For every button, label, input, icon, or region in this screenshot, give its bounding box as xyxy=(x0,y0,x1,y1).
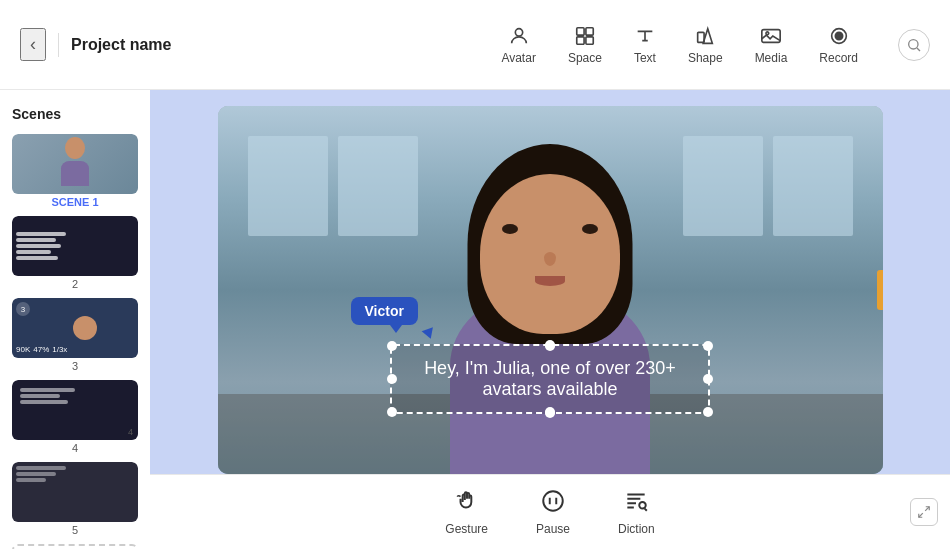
pause-icon xyxy=(540,488,566,518)
gesture-label: Gesture xyxy=(445,522,488,536)
scene-3-avatar xyxy=(73,316,97,340)
svg-rect-4 xyxy=(586,36,593,43)
shape-icon xyxy=(694,25,716,47)
record-icon xyxy=(828,25,850,47)
s2-line-4 xyxy=(16,250,51,254)
scene-2-thumb xyxy=(12,216,138,276)
scene-4-label: 4 xyxy=(12,442,138,454)
scene-item-2[interactable]: 2 xyxy=(12,216,138,290)
scene-1-avatar xyxy=(58,137,93,192)
svg-line-16 xyxy=(925,507,929,511)
svg-point-0 xyxy=(515,28,522,35)
bottom-tool-gesture[interactable]: Gesture xyxy=(445,488,488,536)
svg-rect-2 xyxy=(586,27,593,34)
scene-3-thumb: 3 90K 47% 1/3x xyxy=(12,298,138,358)
bottom-tool-diction[interactable]: Diction xyxy=(618,488,655,536)
svg-line-17 xyxy=(919,513,923,517)
svg-rect-1 xyxy=(577,27,584,34)
svg-line-11 xyxy=(917,48,920,51)
canvas-container[interactable]: Victor Hey, I'm Julia, one of over 230+ … xyxy=(218,106,883,474)
handle-lm[interactable] xyxy=(387,374,397,384)
handle-bl[interactable] xyxy=(387,407,397,417)
gesture-icon xyxy=(454,488,480,518)
top-bar: ‹ Project name Avatar Space xyxy=(0,0,950,90)
bottom-toolbar: Gesture Pause Diction xyxy=(150,474,950,549)
media-icon xyxy=(760,25,782,47)
scene-item-5[interactable]: 5 xyxy=(12,462,138,536)
text-label: Text xyxy=(634,51,656,65)
bottom-tool-pause[interactable]: Pause xyxy=(536,488,570,536)
diction-icon xyxy=(623,488,649,518)
record-label: Record xyxy=(819,51,858,65)
scene-5-thumb xyxy=(12,462,138,522)
toolbar-item-shape[interactable]: Shape xyxy=(688,25,723,65)
toolbar-item-media[interactable]: Media xyxy=(755,25,788,65)
canvas-accent-bar xyxy=(877,270,883,310)
search-button[interactable] xyxy=(898,29,930,61)
search-icon xyxy=(906,37,922,53)
scene-item-1[interactable]: SCENE 1 xyxy=(12,134,138,208)
scene-3-label: 3 xyxy=(12,360,138,372)
toolbar-item-avatar[interactable]: Avatar xyxy=(501,25,535,65)
handle-bm[interactable] xyxy=(545,407,555,417)
svg-point-9 xyxy=(835,32,842,39)
s2-line-1 xyxy=(16,232,66,236)
avatar-figure xyxy=(410,134,690,474)
diction-label: Diction xyxy=(618,522,655,536)
scenes-title: Scenes xyxy=(12,106,138,122)
avatar-icon xyxy=(508,25,530,47)
scene-4-thumb: 4 xyxy=(12,380,138,440)
shape-label: Shape xyxy=(688,51,723,65)
avatar-label: Avatar xyxy=(501,51,535,65)
scene-2-text-lines xyxy=(16,232,66,260)
media-label: Media xyxy=(755,51,788,65)
svg-point-10 xyxy=(909,39,918,48)
scene-item-3[interactable]: 3 90K 47% 1/3x 3 xyxy=(12,298,138,372)
scenes-sidebar: Scenes SCENE 1 2 3 xyxy=(0,90,150,549)
scene-1-thumb xyxy=(12,134,138,194)
svg-point-12 xyxy=(543,491,563,511)
scene-3-circle: 3 xyxy=(16,302,30,316)
scene-item-4[interactable]: 4 4 xyxy=(12,380,138,454)
scene-3-indicators: 90K 47% 1/3x xyxy=(16,345,67,354)
handle-rm[interactable] xyxy=(703,374,713,384)
project-name: Project name xyxy=(71,36,171,54)
svg-rect-3 xyxy=(577,36,584,43)
svg-point-15 xyxy=(640,502,647,509)
toolbar-item-text[interactable]: Text xyxy=(634,25,656,65)
pause-label: Pause xyxy=(536,522,570,536)
avatar-tooltip: Victor xyxy=(351,297,418,325)
subtitle-overlay[interactable]: Hey, I'm Julia, one of over 230+ avatars… xyxy=(390,344,710,414)
scene-4-content xyxy=(16,384,79,408)
back-button[interactable]: ‹ xyxy=(20,28,46,61)
s2-line-5 xyxy=(16,256,58,260)
scene-5-label: 5 xyxy=(12,524,138,536)
avatar-face xyxy=(480,174,620,334)
handle-tl[interactable] xyxy=(387,341,397,351)
toolbar-item-record[interactable]: Record xyxy=(819,25,858,65)
handle-br[interactable] xyxy=(703,407,713,417)
text-icon xyxy=(634,25,656,47)
space-icon xyxy=(574,25,596,47)
toolbar: Avatar Space Text Shape xyxy=(501,25,858,65)
scene-2-label: 2 xyxy=(12,278,138,290)
s2-line-2 xyxy=(16,238,56,242)
expand-icon xyxy=(917,505,931,519)
s1-body xyxy=(61,161,89,186)
handle-tr[interactable] xyxy=(703,341,713,351)
add-scene-button[interactable]: + xyxy=(12,544,138,549)
expand-button[interactable] xyxy=(910,498,938,526)
scene-1-label: SCENE 1 xyxy=(12,196,138,208)
s2-line-3 xyxy=(16,244,61,248)
space-label: Space xyxy=(568,51,602,65)
toolbar-item-space[interactable]: Space xyxy=(568,25,602,65)
subtitle-text: Hey, I'm Julia, one of over 230+ avatars… xyxy=(424,358,676,399)
handle-tm[interactable] xyxy=(545,341,555,351)
divider xyxy=(58,33,59,57)
s1-head xyxy=(65,137,85,159)
